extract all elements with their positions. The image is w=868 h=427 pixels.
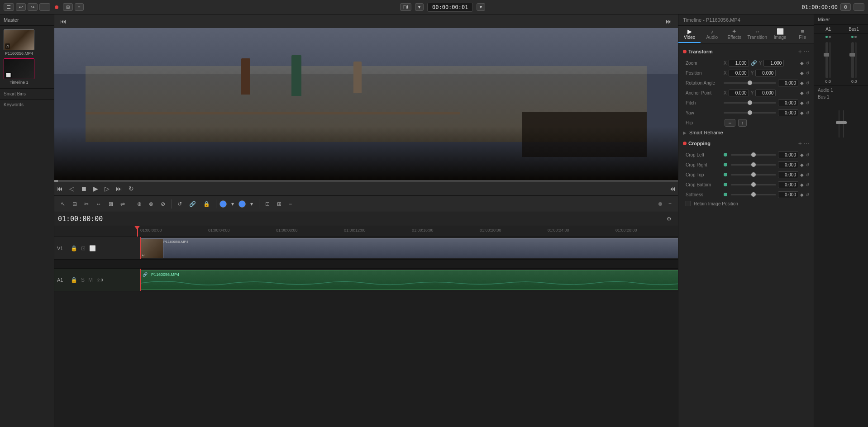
play-btn[interactable]: ▶ bbox=[91, 184, 100, 193]
rotation-keyframe[interactable]: ◆ bbox=[800, 81, 804, 85]
cropping-more-icon[interactable]: ⋯ bbox=[804, 140, 809, 147]
crop-left-reset[interactable]: ↺ bbox=[806, 152, 809, 157]
rotation-value[interactable]: 0.000 bbox=[778, 80, 798, 86]
a1-track-content[interactable]: 🔗 P1160056.MP4 bbox=[140, 269, 678, 291]
zoom-keyframe[interactable]: ◆ bbox=[800, 61, 804, 66]
retain-checkbox[interactable] bbox=[686, 201, 691, 206]
tab-audio[interactable]: ♪ Audio bbox=[701, 26, 723, 43]
a1-lock-btn[interactable]: 🔒 bbox=[70, 276, 78, 284]
cropping-add-icon[interactable]: + bbox=[798, 140, 802, 147]
edit-tool[interactable]: ⊟ bbox=[70, 199, 80, 209]
crop-left-keyframe[interactable]: ◆ bbox=[800, 152, 804, 157]
yaw-thumb[interactable] bbox=[748, 110, 752, 115]
softness-value[interactable]: 0.000 bbox=[778, 191, 798, 198]
undo-button[interactable]: ↩ bbox=[16, 3, 26, 11]
dynamic-trim[interactable]: ⊠ bbox=[106, 199, 116, 209]
crop-bottom-keyframe[interactable]: ◆ bbox=[800, 182, 804, 187]
timecode-dropdown[interactable]: ▾ bbox=[477, 3, 485, 11]
more-button[interactable]: ⋯ bbox=[39, 3, 50, 11]
zoom-btn[interactable]: ⊡ bbox=[262, 199, 272, 209]
flip-v-btn[interactable]: ↕ bbox=[738, 119, 747, 127]
more-options-btn[interactable]: ⋯ bbox=[854, 3, 864, 11]
rotation-slider[interactable] bbox=[724, 82, 776, 84]
v1-fullscreen-btn[interactable]: ⬜ bbox=[88, 245, 97, 252]
redo-button[interactable]: ↪ bbox=[28, 3, 38, 11]
a1-solo-btn[interactable]: S bbox=[80, 276, 86, 284]
pitch-thumb[interactable] bbox=[748, 100, 752, 105]
crop-top-value[interactable]: 0.000 bbox=[778, 171, 798, 178]
position-reset[interactable]: ↺ bbox=[806, 71, 809, 76]
main-fader-2-thumb[interactable] bbox=[840, 121, 847, 124]
crop-top-thumb[interactable] bbox=[751, 172, 756, 177]
lock-btn[interactable]: 🔒 bbox=[200, 199, 213, 209]
softness-keyframe[interactable]: ◆ bbox=[800, 192, 804, 197]
crop-right-thumb[interactable] bbox=[751, 162, 756, 167]
preview-to-end-btn[interactable]: ⏭ bbox=[663, 17, 674, 26]
next-frame-btn[interactable]: ▷ bbox=[102, 184, 112, 193]
cursor-tool[interactable]: ↖ bbox=[58, 199, 68, 209]
position-keyframe[interactable]: ◆ bbox=[800, 71, 804, 76]
video-clip-p1160056[interactable]: ♫ P1160056.MP4 bbox=[140, 238, 678, 258]
preview-scrubber[interactable] bbox=[54, 180, 678, 182]
to-start-btn[interactable]: ⏮ bbox=[54, 184, 65, 193]
stop-btn[interactable]: ⏹ bbox=[78, 184, 89, 193]
softness-reset[interactable]: ↺ bbox=[806, 192, 809, 197]
main-fader-1-track[interactable] bbox=[839, 110, 839, 138]
color-dropdown2[interactable]: ▾ bbox=[248, 199, 256, 209]
settings-btn[interactable]: ⚙ bbox=[840, 3, 851, 11]
yaw-slider[interactable] bbox=[724, 112, 776, 114]
timeline-settings-btn[interactable]: ⚙ bbox=[664, 214, 674, 223]
zoom-in-btn[interactable]: + bbox=[666, 199, 674, 209]
crop-right-slider[interactable] bbox=[731, 164, 776, 166]
media-item-video[interactable]: ♫ P1160056.MP4 bbox=[4, 29, 34, 56]
fit-timeline-btn[interactable]: ⊞ bbox=[274, 199, 284, 209]
rotation-reset[interactable]: ↺ bbox=[806, 81, 809, 85]
yaw-keyframe[interactable]: ◆ bbox=[800, 110, 804, 115]
crop-left-value[interactable]: 0.000 bbox=[778, 152, 798, 158]
loop-btn[interactable]: ↻ bbox=[126, 184, 136, 193]
anchor-x-input[interactable]: 0.000 bbox=[729, 90, 749, 96]
smart-reframe-row[interactable]: ▶ Smart Reframe bbox=[678, 128, 814, 137]
crop-right-keyframe[interactable]: ◆ bbox=[800, 162, 804, 167]
pos-x-input[interactable]: 0.000 bbox=[729, 70, 749, 76]
menu-button[interactable]: ☰ bbox=[4, 3, 14, 11]
anchor-y-input[interactable]: 0.000 bbox=[755, 90, 776, 96]
color-dropdown[interactable]: ▾ bbox=[229, 199, 237, 209]
trim-tool[interactable]: ↔ bbox=[93, 199, 104, 209]
transform-section-header[interactable]: Transform + ⋯ bbox=[678, 45, 814, 58]
zoom-reset[interactable]: ↺ bbox=[806, 61, 809, 66]
crop-bottom-thumb[interactable] bbox=[751, 182, 756, 187]
tab-image[interactable]: ⬜ Image bbox=[769, 26, 791, 43]
color-btn-blue2[interactable] bbox=[238, 200, 246, 208]
v1-track-content[interactable]: ♫ P1160056.MP4 bbox=[140, 237, 678, 259]
to-end-btn[interactable]: ⏭ bbox=[114, 184, 124, 193]
pitch-keyframe[interactable]: ◆ bbox=[800, 100, 804, 105]
bus1-fader-track[interactable] bbox=[851, 42, 854, 78]
scrubber-head[interactable] bbox=[54, 180, 58, 182]
insert-tool[interactable]: ⊕ bbox=[134, 199, 144, 209]
fit-btn[interactable]: Fit bbox=[400, 3, 411, 11]
crop-top-reset[interactable]: ↺ bbox=[806, 172, 809, 177]
grid-view-btn[interactable]: ⊞ bbox=[63, 3, 73, 11]
flip-h-btn[interactable]: ↔ bbox=[725, 119, 735, 127]
preview-to-start-btn[interactable]: ⏮ bbox=[58, 17, 69, 26]
preview-video[interactable] bbox=[54, 28, 678, 180]
pos-y-input[interactable]: 0.000 bbox=[755, 70, 776, 76]
anchor-reset[interactable]: ↺ bbox=[806, 90, 809, 95]
transform-add-icon[interactable]: + bbox=[798, 48, 802, 55]
main-fader-2-track[interactable] bbox=[843, 110, 844, 138]
link-btn[interactable]: ↺ bbox=[175, 199, 185, 209]
color-btn-blue[interactable] bbox=[219, 200, 227, 208]
cropping-section-header[interactable]: Cropping + ⋯ bbox=[678, 137, 814, 150]
v1-link-btn[interactable]: ⊡ bbox=[80, 245, 86, 252]
tab-file[interactable]: ≡ File bbox=[791, 26, 813, 43]
softness-thumb[interactable] bbox=[751, 192, 756, 197]
crop-right-reset[interactable]: ↺ bbox=[806, 162, 809, 167]
transform-more-icon[interactable]: ⋯ bbox=[804, 48, 809, 55]
ripple-tool[interactable]: ⊘ bbox=[158, 199, 168, 209]
yaw-reset[interactable]: ↺ bbox=[806, 110, 809, 115]
crop-bottom-reset[interactable]: ↺ bbox=[806, 182, 809, 187]
list-view-btn[interactable]: ≡ bbox=[75, 3, 84, 11]
crop-left-thumb[interactable] bbox=[751, 152, 756, 157]
pitch-reset[interactable]: ↺ bbox=[806, 100, 809, 105]
